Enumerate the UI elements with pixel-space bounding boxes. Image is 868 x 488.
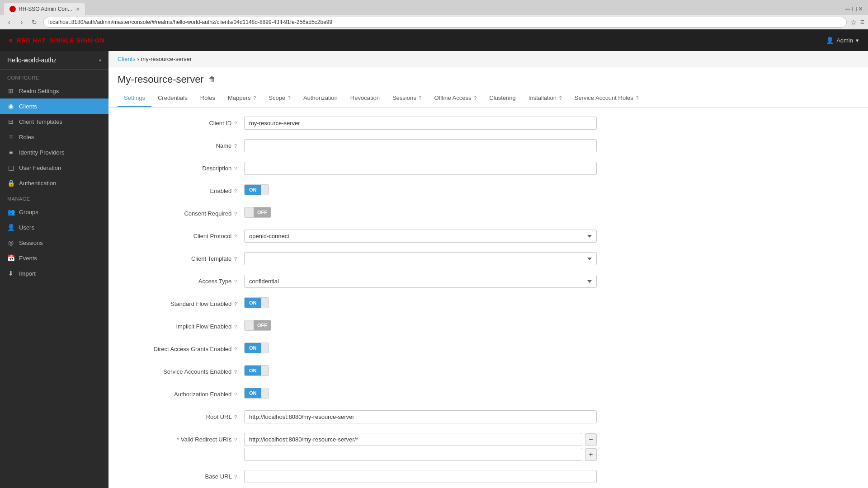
implicit-flow-off[interactable]: OFF [254, 320, 271, 330]
valid-redirect-add-button[interactable]: + [585, 448, 597, 461]
name-input[interactable] [244, 139, 597, 152]
enabled-control: ON [244, 184, 597, 195]
forward-button[interactable]: › [16, 17, 27, 28]
realm-name: Hello-world-authz [7, 56, 57, 64]
access-type-select[interactable]: confidential public bearer-only [244, 275, 597, 288]
service-accounts-on[interactable]: ON [245, 366, 261, 375]
tab-sessions[interactable]: Sessions ? [386, 90, 428, 107]
sidebar-item-groups[interactable]: 👥 Groups [0, 204, 108, 220]
back-button[interactable]: ‹ [4, 17, 14, 28]
sidebar-item-import[interactable]: ⬇ Import [0, 266, 108, 281]
enabled-off[interactable] [261, 185, 269, 195]
root-url-help-icon[interactable]: ? [234, 414, 237, 420]
roles-icon: ≡ [7, 133, 14, 141]
base-url-input[interactable] [244, 470, 597, 483]
implicit-flow-row: Implicit Flow Enabled ? OFF [118, 320, 597, 335]
tab-credentials[interactable]: Credentials [151, 90, 194, 107]
client-protocol-help-icon[interactable]: ? [234, 234, 237, 239]
name-help-icon[interactable]: ? [234, 143, 237, 149]
access-type-help-icon[interactable]: ? [234, 279, 237, 284]
url-input[interactable] [43, 17, 847, 28]
user-menu[interactable]: 👤 Admin ▾ [826, 37, 859, 44]
root-url-row: Root URL ? [118, 410, 597, 426]
description-input[interactable] [244, 162, 597, 175]
sidebar-item-roles[interactable]: ≡ Roles [0, 129, 108, 145]
consent-required-toggle[interactable]: OFF [244, 207, 271, 218]
browser-tab[interactable]: RH-SSO Admin Con... × [4, 3, 85, 15]
tab-close-button[interactable]: × [76, 5, 80, 13]
sidebar-item-label: Import [19, 270, 36, 277]
sidebar-item-clients[interactable]: ◉ Clients [0, 99, 108, 114]
close-window-icon[interactable]: × [859, 5, 863, 13]
valid-redirect-input-1[interactable] [244, 433, 582, 446]
tab-scope[interactable]: Scope ? [262, 90, 297, 107]
direct-access-off[interactable] [261, 343, 269, 353]
authorization-enabled-help-icon[interactable]: ? [234, 392, 237, 397]
sidebar-item-identity-providers[interactable]: ≡ Identity Providers [0, 145, 108, 160]
standard-flow-help-icon[interactable]: ? [234, 301, 237, 307]
authorization-enabled-off[interactable] [261, 388, 269, 398]
sidebar-item-realm-settings[interactable]: ⊞ Realm Settings [0, 83, 108, 99]
enabled-help-icon[interactable]: ? [234, 188, 237, 194]
standard-flow-off[interactable] [261, 298, 269, 308]
client-tabs: Settings Credentials Roles Mappers ? Sco… [108, 90, 868, 108]
client-id-help-icon[interactable]: ? [234, 121, 237, 126]
enabled-row: Enabled ? ON [118, 184, 597, 200]
tab-authorization[interactable]: Authorization [297, 90, 344, 107]
enabled-toggle[interactable]: ON [244, 184, 269, 195]
tab-clustering[interactable]: Clustering [483, 90, 522, 107]
breadcrumb-clients-link[interactable]: Clients [118, 56, 136, 62]
tab-service-account-roles[interactable]: Service Account Roles ? [568, 90, 645, 107]
description-help-icon[interactable]: ? [234, 166, 237, 171]
reload-button[interactable]: ↻ [29, 17, 40, 28]
authorization-enabled-toggle[interactable]: ON [244, 388, 269, 399]
implicit-flow-help-icon[interactable]: ? [234, 324, 237, 329]
client-id-input[interactable] [244, 117, 597, 130]
client-template-help-icon[interactable]: ? [234, 256, 237, 262]
tab-settings[interactable]: Settings [118, 90, 151, 107]
enabled-on[interactable]: ON [245, 185, 261, 195]
maximize-icon[interactable]: □ [852, 5, 857, 13]
implicit-flow-on[interactable] [245, 320, 254, 330]
client-protocol-select[interactable]: openid-connect saml [244, 230, 597, 243]
tab-installation[interactable]: Installation ? [522, 90, 568, 107]
bookmark-icon[interactable]: ☆ [850, 18, 857, 27]
consent-off[interactable]: OFF [254, 207, 271, 217]
direct-access-toggle[interactable]: ON [244, 343, 269, 353]
minimize-icon[interactable]: ─ [845, 5, 850, 13]
sidebar-item-users[interactable]: 👤 Users [0, 220, 108, 235]
manage-section-title: Manage [0, 191, 108, 204]
valid-redirect-input-2[interactable] [244, 448, 582, 461]
sidebar-item-client-templates[interactable]: ⊟ Client Templates [0, 114, 108, 129]
client-template-control [244, 252, 597, 265]
direct-access-on[interactable]: ON [245, 343, 261, 353]
consent-help-icon[interactable]: ? [234, 211, 237, 216]
service-accounts-off[interactable] [261, 366, 269, 375]
consent-required-label: Consent Required ? [118, 207, 244, 217]
sidebar-item-authentication[interactable]: 🔒 Authentication [0, 175, 108, 191]
client-template-select[interactable] [244, 252, 597, 265]
menu-icon[interactable]: ≡ [860, 18, 864, 26]
direct-access-help-icon[interactable]: ? [234, 347, 237, 352]
implicit-flow-toggle[interactable]: OFF [244, 320, 271, 331]
sidebar-item-events[interactable]: 📅 Events [0, 250, 108, 266]
tab-roles[interactable]: Roles [194, 90, 222, 107]
service-accounts-toggle[interactable]: ON [244, 365, 269, 376]
standard-flow-on[interactable]: ON [245, 298, 261, 308]
consent-on[interactable] [245, 207, 254, 217]
tab-offline-access[interactable]: Offline Access ? [428, 90, 483, 107]
service-accounts-help-icon[interactable]: ? [234, 369, 237, 375]
access-type-label: Access Type ? [118, 275, 244, 285]
tab-revocation[interactable]: Revocation [344, 90, 386, 107]
base-url-help-icon[interactable]: ? [234, 474, 237, 479]
valid-redirect-help-icon[interactable]: ? [234, 437, 237, 442]
root-url-input[interactable] [244, 410, 597, 423]
authorization-enabled-on[interactable]: ON [245, 388, 261, 398]
delete-client-button[interactable]: 🗑 [208, 75, 216, 84]
valid-redirect-remove-button[interactable]: − [585, 433, 597, 446]
sidebar-item-sessions[interactable]: ◎ Sessions [0, 235, 108, 250]
sidebar-item-user-federation[interactable]: ◫ User Federation [0, 160, 108, 175]
standard-flow-toggle[interactable]: ON [244, 297, 269, 308]
tab-mappers[interactable]: Mappers ? [222, 90, 262, 107]
realm-selector[interactable]: Hello-world-authz ▾ [0, 51, 108, 70]
